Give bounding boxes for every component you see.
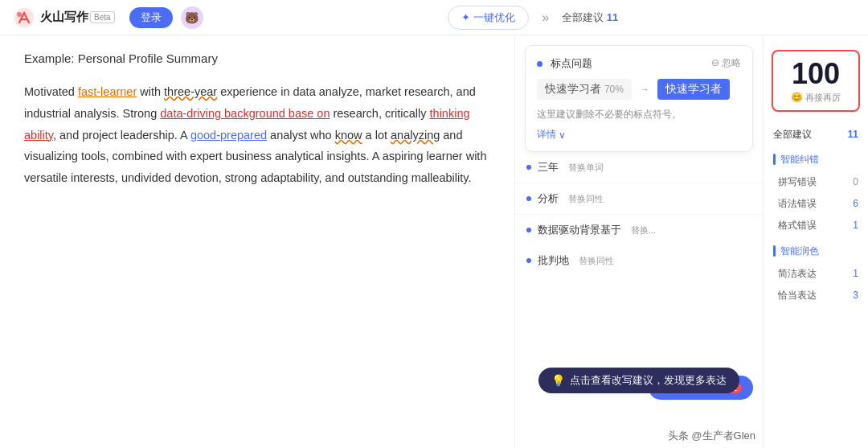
svg-point-0 <box>14 8 34 27</box>
item-text-2: 分析 <box>538 191 559 206</box>
optimize-label: 一键优化 <box>473 10 515 25</box>
item-tag-2: 替换同性 <box>568 193 604 205</box>
suggestion-card: 标点问题 ⊖ 忽略 快速学习者 70% → 快速学习者 这里建议删除不必要的标点… <box>525 45 753 152</box>
word-comparison: 快速学习者 70% → 快速学习者 <box>537 79 741 100</box>
list-item-3[interactable]: 数据驱动背景基于 替换... <box>515 215 763 245</box>
highlight-know: know <box>335 129 362 142</box>
list-item-1[interactable]: 三年 替换单词 <box>515 152 763 183</box>
highlight-good-prepared: good-prepared <box>190 129 267 142</box>
card-detail-link[interactable]: 详情 ∨ <box>537 128 741 142</box>
item-text-1: 三年 <box>538 160 559 175</box>
item-tag-1: 替换单词 <box>568 162 604 174</box>
right-item-concise[interactable]: 简洁表达 1 <box>764 263 868 285</box>
card-ignore[interactable]: ⊖ 忽略 <box>711 56 741 70</box>
highlight-three-year: three-year <box>164 85 217 98</box>
tooltip-overlay: 💡 点击查看改写建议，发现更多表达 <box>538 368 739 393</box>
right-all-suggestions[interactable]: 全部建议 11 <box>764 125 868 145</box>
score-card: 100 😊 再接再厉 <box>772 50 860 112</box>
section-bar <box>773 154 776 165</box>
score-emoji: 😊 <box>791 92 803 103</box>
card-desc: 这里建议删除不必要的标点符号。 <box>537 108 741 121</box>
svg-point-1 <box>17 12 22 17</box>
tooltip-icon: 💡 <box>551 374 565 387</box>
middle-panel: 标点问题 ⊖ 忽略 快速学习者 70% → 快速学习者 这里建议删除不必要的标点… <box>514 35 764 448</box>
item-tag-3: 替换... <box>631 224 656 236</box>
right-item-format[interactable]: 格式错误 1 <box>764 215 868 236</box>
logo-area: 火山写作 Beta <box>13 6 115 29</box>
section-bar-2 <box>773 245 776 257</box>
item-dot-3 <box>526 228 531 232</box>
optimize-icon: ✦ <box>461 11 470 23</box>
highlight-analyzing: analyzing <box>391 129 440 142</box>
item-dot-4 <box>526 258 531 263</box>
score-sub: 😊 再接再厉 <box>781 92 850 104</box>
card-title-area: 标点问题 <box>537 55 592 71</box>
doc-content: Motivated fast-learner with three-year e… <box>24 81 490 189</box>
word-arrow: → <box>640 84 649 95</box>
item-text-3: 数据驱动背景基于 <box>538 223 621 237</box>
header: 火山写作 Beta 登录 🐻 ✦ 一键优化 » 全部建议 11 <box>0 0 868 35</box>
more-button[interactable]: » <box>542 10 549 25</box>
right-item-appropriate[interactable]: 恰当表达 3 <box>764 285 868 306</box>
highlight-fast-learner: fast-learner <box>78 85 137 98</box>
right-item-spell[interactable]: 拼写错误 0 <box>764 171 868 193</box>
word-suggested[interactable]: 快速学习者 <box>657 79 730 100</box>
login-button[interactable]: 登录 <box>129 7 173 28</box>
list-item-4[interactable]: 批判地 替换同性 <box>515 245 763 276</box>
card-dot <box>537 61 542 67</box>
item-dot-1 <box>526 165 531 170</box>
beta-badge: Beta <box>90 11 115 23</box>
card-title: 标点问题 <box>551 57 592 69</box>
right-item-grammar[interactable]: 语法错误 6 <box>764 193 868 215</box>
score-number: 100 <box>781 58 850 90</box>
editor-area[interactable]: Example: Personal Profile Summary Motiva… <box>0 35 514 448</box>
logo-text: 火山写作 <box>40 10 88 25</box>
highlight-data-driving: data-driving background base on <box>160 107 330 120</box>
header-center: ✦ 一键优化 » 全部建议 11 <box>211 6 855 30</box>
doc-title: Example: Personal Profile Summary <box>24 51 490 65</box>
right-panel: 100 😊 再接再厉 全部建议 11 智能纠错 拼写错误 0 语法错误 6 格式… <box>764 35 868 448</box>
chevron-down-icon: ∨ <box>559 129 566 141</box>
tooltip-text: 点击查看改写建议，发现更多表达 <box>570 373 727 388</box>
avatar-button[interactable]: 🐻 <box>181 6 203 29</box>
watermark: 头条 @生产者Glen <box>668 429 755 443</box>
right-section-smart-error: 智能纠错 <box>764 148 868 171</box>
item-text-4: 批判地 <box>538 253 569 268</box>
optimize-button[interactable]: ✦ 一键优化 <box>448 6 529 30</box>
suggestions-label: 全部建议 11 <box>562 10 618 25</box>
list-item-2[interactable]: 分析 替换同性 <box>515 183 763 215</box>
word-original: 快速学习者 70% <box>537 79 632 100</box>
item-dot-2 <box>526 196 531 201</box>
logo-icon <box>13 6 35 29</box>
item-tag-4: 替换同性 <box>579 255 614 267</box>
main-layout: Example: Personal Profile Summary Motiva… <box>0 35 868 448</box>
card-header: 标点问题 ⊖ 忽略 <box>537 55 741 71</box>
right-section-smart-tone: 智能润色 <box>764 240 868 263</box>
